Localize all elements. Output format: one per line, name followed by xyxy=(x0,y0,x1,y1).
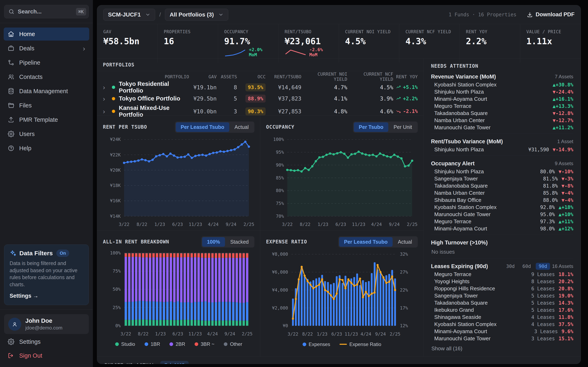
sidebar-item-data-management[interactable]: Data Management xyxy=(4,85,89,98)
asset-name: Shibaura Bay Office xyxy=(434,197,481,203)
sidebar-item-files[interactable]: Files xyxy=(4,99,89,112)
attention-row-shinagawa-seaside[interactable]: Shinagawa Seaside4 Leases11.8% xyxy=(431,314,573,321)
attention-row-namba-urban-center[interactable]: Namba Urban Center85.8%▼-4% xyxy=(431,189,573,197)
attention-row-meguro-terrace[interactable]: Meguro Terrace9 Leases18.1% xyxy=(431,271,573,278)
toggle-option-per-tsubo[interactable]: Per Tsubo xyxy=(354,122,388,132)
svg-text:11/23: 11/23 xyxy=(189,222,202,227)
attention-row-takadanobaba-square[interactable]: Takadanobaba Square5 Leases14.3% xyxy=(431,299,573,307)
sidebar-item-deals[interactable]: Deals› xyxy=(4,42,89,55)
attention-row-kyobashi-station-complex[interactable]: Kyobashi Station Complex92.8%▲+18% xyxy=(431,204,573,211)
asset-name: Marunouchi Gate Tower xyxy=(434,211,491,217)
table-row-tokyo-residential-portfolio[interactable]: ›Tokyo Residential Portfolio¥19.1bn893.5… xyxy=(103,81,418,92)
svg-text:6/23: 6/23 xyxy=(173,331,183,336)
sidebar-item-pmr-template[interactable]: PMR Template xyxy=(4,113,89,126)
lease-filter-90d[interactable]: 90d xyxy=(536,263,550,270)
toggle-option-actual[interactable]: Actual xyxy=(393,237,417,247)
attention-row-meguro-terrace[interactable]: Meguro Terrace▲+13.3% xyxy=(431,103,573,110)
noi-cell: 4.8% xyxy=(301,108,347,115)
lease-filter-30d[interactable]: 30d xyxy=(503,263,518,270)
lease-count: 9 Leases xyxy=(531,272,555,277)
attention-row-takadanobaba-square[interactable]: Takadanobaba Square81.8%▼-8% xyxy=(431,182,573,189)
svg-text:¥22K: ¥22K xyxy=(110,152,121,157)
sidebar-item-home[interactable]: Home xyxy=(4,27,89,41)
user-email: jdoe@demo.com xyxy=(25,325,62,331)
fund-selector-dropdown[interactable]: SCM-JUCF1 xyxy=(103,9,155,21)
kpi-sparkline: +2.0% MoM xyxy=(224,47,272,57)
show-all-link[interactable]: Show all (16) xyxy=(431,342,573,353)
search-placeholder: Search... xyxy=(18,8,73,15)
attention-row-meguro-terrace[interactable]: Meguro Terrace97.3%▲+11% xyxy=(431,218,573,225)
sign-out-button[interactable]: Sign Out xyxy=(4,349,89,362)
table-row-tokyo-office-portfolio[interactable]: ›Tokyo Office Portfolio¥29.5bn588.9%¥37,… xyxy=(103,92,418,105)
attention-row-marunouchi-gate-tower[interactable]: Marunouchi Gate Tower95.0%▲+10% xyxy=(431,211,573,218)
sidebar-item-contacts[interactable]: Contacts xyxy=(4,70,89,83)
attention-row-minami-aoyama-court[interactable]: Minami-Aoyama Court▲+16.1% xyxy=(431,95,573,103)
settings-label: Settings xyxy=(19,338,41,345)
asset-value: 85.8% xyxy=(543,190,558,196)
svg-text:9/24: 9/24 xyxy=(389,222,399,227)
sidebar-item-pipeline[interactable]: Pipeline xyxy=(4,56,89,69)
change-value: ▼-24.4% xyxy=(553,89,573,95)
search-input[interactable]: Search... ⌘K xyxy=(4,5,89,18)
attention-row-sangenjaya-tower[interactable]: Sangenjaya Tower5 Leases19.0% xyxy=(431,292,573,299)
chevron-right-icon[interactable]: › xyxy=(103,84,112,91)
asset-name: Takadanobaba Square xyxy=(434,183,488,189)
attention-row-marunouchi-gate-tower[interactable]: Marunouchi Gate Tower3 Leases15.1% xyxy=(431,335,573,342)
rent-yoy-cell: +2.2% xyxy=(393,96,418,101)
attention-row-sangenjaya-tower[interactable]: Sangenjaya Tower81.5%▼-3% xyxy=(431,175,573,182)
attention-row-minami-aoyama-court[interactable]: Minami-Aoyama Court98.0%▲+12% xyxy=(431,225,573,232)
asset-name: Minami-Aoyama Court xyxy=(434,225,487,232)
sidebar-item-label: Home xyxy=(19,31,35,38)
attention-row-shinjuku-north-plaza[interactable]: Shinjuku North Plaza▼-24.4% xyxy=(431,88,573,95)
toggle-option-per-unit[interactable]: Per Unit xyxy=(389,122,417,132)
attention-row-minami-aoyama-court[interactable]: Minami-Aoyama Court3 Leases9.6% xyxy=(431,328,573,335)
asset-name: Shinjuku North Plaza xyxy=(434,146,484,153)
kpi-value: ¥58.5bn xyxy=(103,36,151,46)
svg-text:9/24: 9/24 xyxy=(224,331,235,336)
toggle-option-per-leased-tsubo[interactable]: Per Leased Tsubo xyxy=(339,237,393,247)
expiring-percent: 14.3% xyxy=(559,300,573,306)
svg-text:¥0: ¥0 xyxy=(283,323,288,328)
expense-ratio-chart-header: EXPENSE RATIOPer Leased TsuboActual xyxy=(266,235,418,248)
toggle-option-actual[interactable]: Actual xyxy=(230,122,254,132)
attention-row-kyobashi-station-complex[interactable]: Kyobashi Station Complex▲+30.8% xyxy=(431,81,573,88)
column-header-occ: OCC xyxy=(237,74,266,79)
download-pdf-button[interactable]: Download PDF xyxy=(527,11,575,18)
data-filters-settings-link[interactable]: Settings → xyxy=(9,293,38,299)
svg-text:27%: 27% xyxy=(400,269,408,275)
toggle-option-100[interactable]: 100% xyxy=(202,237,225,247)
table-row-kansai-mixed-use-portfolio[interactable]: ›Kansai Mixed-Use Portfolio¥10.0bn390.3%… xyxy=(103,105,418,117)
assets-cell: 3 xyxy=(217,108,237,115)
change-value: ▼-10% xyxy=(559,169,573,175)
users-icon xyxy=(8,74,14,80)
lease-count: 6 Leases xyxy=(531,286,555,292)
attention-row-yoyogi-heights[interactable]: Yoyogi Heights8 Leases20.2% xyxy=(431,278,573,285)
lease-count: 3 Leases xyxy=(531,336,555,342)
sidebar-item-users[interactable]: Users xyxy=(4,127,89,141)
legend-item-3br: 3BR ~ xyxy=(195,341,214,347)
asset-name: Kyobashi Station Complex xyxy=(434,204,497,210)
attention-row-shinjuku-north-plaza[interactable]: Shinjuku North Plaza¥31,590▼-14.9% xyxy=(431,146,573,153)
sidebar-item-help[interactable]: Help xyxy=(4,142,89,155)
attention-row-namba-urban-center[interactable]: Namba Urban Center▼-12.7% xyxy=(431,117,573,124)
attention-row-roppongi-hills-residence[interactable]: Roppongi Hills Residence6 Leases20.8% xyxy=(431,285,573,292)
attention-row-shibaura-bay-office[interactable]: Shibaura Bay Office88.0%▼-4% xyxy=(431,197,573,204)
chevron-right-icon[interactable]: › xyxy=(103,108,112,115)
user-card[interactable]: John Doe jdoe@demo.com xyxy=(4,314,89,334)
toggle-option-per-leased-tsubo[interactable]: Per Leased Tsubo xyxy=(176,122,229,132)
attention-row-ikebukuro-grand[interactable]: Ikebukuro Grand5 Leases17.6% xyxy=(431,307,573,314)
attention-row-marunouchi-gate-tower[interactable]: Marunouchi Gate Tower▲+11.2% xyxy=(431,124,573,131)
sidebar-item-settings[interactable]: Settings xyxy=(4,335,89,348)
lease-filter-60d[interactable]: 60d xyxy=(520,263,534,270)
attention-row-shinjuku-north-plaza[interactable]: Shinjuku North Plaza80.0%▼-10% xyxy=(431,168,573,175)
asset-name: Takadanobaba Square xyxy=(434,110,488,117)
asset-value: 81.5% xyxy=(543,176,558,182)
chevron-right-icon[interactable]: › xyxy=(103,95,112,102)
asset-value: 98.0% xyxy=(540,226,555,232)
attention-row-takadanobaba-square[interactable]: Takadanobaba Square▼-12.8% xyxy=(431,110,573,117)
toggle-option-stacked[interactable]: Stacked xyxy=(225,237,254,247)
attention-row-kyobashi-station-complex[interactable]: Kyobashi Station Complex4 Leases37.5% xyxy=(431,321,573,328)
portfolio-selector-dropdown[interactable]: All Portfolios (3) xyxy=(165,9,228,21)
change-value: ▲+11% xyxy=(559,219,573,225)
asset-value: 95.0% xyxy=(540,212,555,217)
